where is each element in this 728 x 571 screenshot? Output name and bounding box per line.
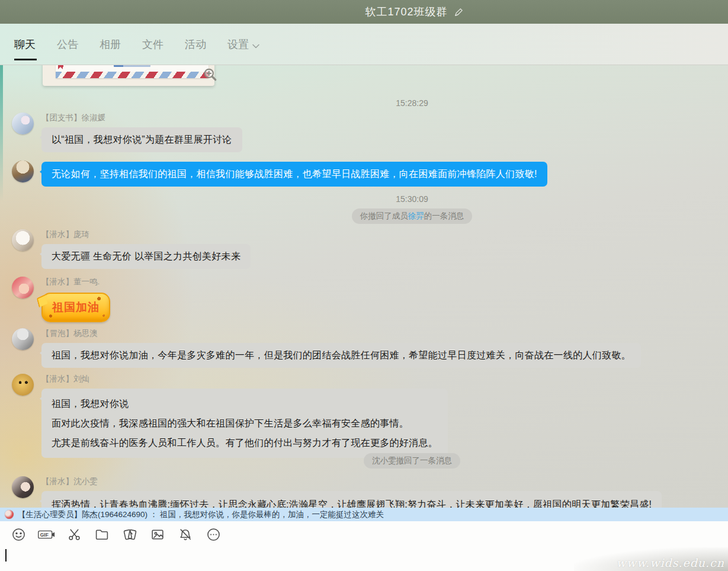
message-bubble[interactable]: 祖国，我想对你说 面对此次疫情，我深感祖国的强大和在祖国保护下生活是多么幸福有安… bbox=[41, 389, 448, 458]
message-bubble[interactable]: 以“祖国，我想对你说”为题在群里展开讨论 bbox=[41, 127, 242, 152]
avatar[interactable] bbox=[12, 113, 34, 134]
message-yangsiao: 【冒泡】杨思澳 祖国，我想对你说加油，今年是多灾多难的一年，但是我们的团结会战胜… bbox=[12, 328, 641, 368]
image-icon[interactable] bbox=[149, 526, 166, 544]
folder-icon[interactable] bbox=[93, 526, 111, 544]
message-liucan: 【潜水】刘灿 祖国，我想对你说 面对此次疫情，我深感祖国的强大和在祖国保护下生活… bbox=[12, 374, 448, 458]
sender-name: 【冒泡】杨思澳 bbox=[41, 328, 641, 339]
more-icon[interactable] bbox=[204, 526, 222, 544]
message-bubble[interactable]: 大爱无疆 生命无价 以举国之力共创美好未来 bbox=[41, 244, 251, 269]
sender-name: 【团支书】徐淑媛 bbox=[41, 113, 242, 123]
stamp-flag-graphic bbox=[58, 65, 63, 67]
airmail-stripes-graphic bbox=[56, 72, 209, 78]
sender-name: 【潜水】刘灿 bbox=[41, 374, 448, 384]
tab-settings[interactable]: 设置 bbox=[227, 24, 259, 65]
message-pangqi: 【潜水】庞琦 大爱无疆 生命无价 以举国之力共创美好未来 bbox=[12, 229, 251, 269]
avatar[interactable] bbox=[12, 161, 34, 182]
notice-text: 【生活心理委员】陈杰(1964624690) ： 祖国，我想对你说，你是你最棒的… bbox=[18, 509, 384, 520]
airmail-envelope-graphic bbox=[56, 65, 209, 78]
image-message-airmail-letter[interactable] bbox=[43, 65, 214, 86]
text-caret bbox=[5, 549, 7, 562]
message-input[interactable]: www.wids.edu.cn bbox=[0, 548, 728, 571]
tab-activity[interactable]: 活动 bbox=[185, 24, 206, 65]
watermark-text: www.wids.edu.cn bbox=[617, 556, 724, 569]
tab-files[interactable]: 文件 bbox=[142, 24, 163, 65]
tab-announcement[interactable]: 公告 bbox=[57, 24, 78, 65]
recall-notice: 你撤回了成员徐羿的一条消息 bbox=[0, 208, 728, 224]
message-blue: 无论如何，坚持相信我们的祖国，相信我们能够战胜困难，也希望早日战胜困难，向在困难… bbox=[12, 161, 547, 187]
sender-name: 【潜水】董一鸣. bbox=[41, 277, 110, 287]
message-dongyiming: 【潜水】董一鸣. 祖国加油 bbox=[12, 277, 110, 322]
title-bar: 软工1702班级群 bbox=[0, 0, 728, 24]
tab-bar: 聊天 公告 相册 文件 活动 设置 bbox=[0, 24, 728, 65]
svg-text:GIF: GIF bbox=[40, 532, 49, 538]
group-title: 软工1702班级群 bbox=[365, 5, 447, 19]
new-message-notice-bar[interactable]: 【生活心理委员】陈杰(1964624690) ： 祖国，我想对你说，你是你最棒的… bbox=[0, 508, 728, 521]
timestamp: 15:28:29 bbox=[0, 98, 728, 108]
window-shake-icon[interactable] bbox=[121, 526, 139, 544]
message-bubble[interactable]: 无论如何，坚持相信我们的祖国，相信我们能够战胜困难，也希望早日战胜困难，向在困难… bbox=[41, 162, 547, 187]
letter-logo-graphic bbox=[114, 65, 150, 67]
avatar[interactable] bbox=[12, 374, 34, 396]
message-xushuyuan: 【团支书】徐淑媛 以“祖国，我想对你说”为题在群里展开讨论 bbox=[12, 113, 242, 152]
timestamp: 15:30:09 bbox=[0, 194, 728, 204]
member-link[interactable]: 徐羿 bbox=[408, 211, 424, 220]
tab-chat[interactable]: 聊天 bbox=[14, 24, 36, 65]
emoji-icon[interactable] bbox=[9, 526, 27, 544]
avatar[interactable] bbox=[12, 476, 34, 498]
message-shenxiaowen: 【潜水】沈小雯 挥洒热情，让青春热血沸腾;缅怀过去，让思念永藏心底;浩瀚星空，让… bbox=[12, 476, 662, 508]
editor-toolbar: GIF bbox=[0, 521, 728, 548]
message-bubble[interactable]: 挥洒热情，让青春热血沸腾;缅怀过去，让思念永藏心底;浩瀚星空，让雄鹰展翅飞翔;努… bbox=[41, 491, 662, 508]
qq-group-chat-window: 软工1702班级群 聊天 公告 相册 文件 活动 设置 bbox=[0, 0, 728, 571]
gif-icon[interactable]: GIF bbox=[37, 526, 55, 544]
sender-name: 【潜水】庞琦 bbox=[41, 229, 251, 240]
avatar[interactable] bbox=[12, 229, 34, 251]
zoom-in-magnifier-icon[interactable] bbox=[203, 67, 218, 85]
message-editor: GIF bbox=[0, 521, 728, 571]
sender-name: 【潜水】沈小雯 bbox=[41, 476, 662, 487]
screenshot-scissors-icon[interactable] bbox=[65, 526, 83, 544]
message-bubble[interactable]: 祖国，我想对你说加油，今年是多灾多难的一年，但是我们的团结会战胜任何困难，希望能… bbox=[41, 343, 641, 368]
avatar bbox=[5, 510, 14, 519]
tab-album[interactable]: 相册 bbox=[100, 24, 121, 65]
recall-notice: 沈小雯撤回了一条消息 bbox=[0, 453, 728, 469]
avatar[interactable] bbox=[12, 277, 34, 299]
sticker-zuguo-jiayou[interactable]: 祖国加油 bbox=[41, 293, 110, 322]
chevron-down-icon bbox=[252, 39, 259, 52]
chat-history[interactable]: 15:28:29 【团支书】徐淑媛 以“祖国，我想对你说”为题在群里展开讨论 无… bbox=[0, 65, 728, 508]
avatar[interactable] bbox=[12, 328, 34, 350]
edit-title-icon[interactable] bbox=[454, 7, 464, 17]
notification-mute-icon[interactable] bbox=[177, 526, 194, 544]
left-accent-strip bbox=[0, 65, 3, 201]
